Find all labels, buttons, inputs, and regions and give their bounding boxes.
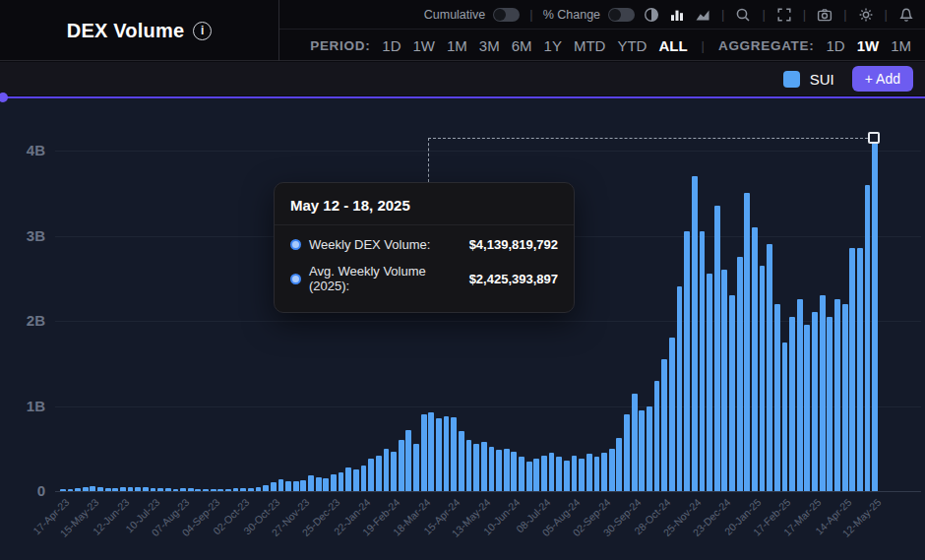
series-color-chip[interactable] [783, 71, 800, 88]
bar[interactable] [737, 257, 743, 491]
bar[interactable] [556, 457, 562, 491]
bar[interactable] [714, 206, 720, 491]
bar[interactable] [609, 449, 615, 491]
bar[interactable] [271, 482, 277, 491]
bar[interactable] [489, 447, 495, 491]
bar[interactable] [105, 488, 111, 491]
bar[interactable] [203, 489, 209, 491]
bar[interactable] [188, 488, 194, 491]
bar[interactable] [436, 418, 442, 491]
bar[interactable] [586, 454, 592, 491]
bar[interactable] [180, 488, 186, 491]
bar[interactable] [834, 299, 840, 491]
bar[interactable] [526, 462, 532, 491]
bar[interactable] [533, 459, 539, 491]
bar[interactable] [752, 227, 758, 491]
bar[interactable] [782, 342, 788, 491]
bar[interactable] [112, 488, 118, 491]
bar[interactable] [428, 412, 434, 491]
bar[interactable] [857, 248, 863, 491]
bar[interactable] [413, 444, 419, 491]
bar[interactable] [774, 304, 780, 491]
bar[interactable] [572, 456, 578, 491]
bar[interactable] [405, 430, 411, 491]
bar[interactable] [211, 489, 216, 491]
bar[interactable] [331, 474, 337, 491]
bar[interactable] [624, 414, 630, 491]
bar[interactable] [812, 312, 818, 491]
bar[interactable] [308, 475, 314, 491]
bar[interactable] [143, 487, 149, 491]
bar[interactable] [872, 139, 878, 491]
bar[interactable] [151, 488, 156, 491]
bar[interactable] [120, 487, 126, 491]
bar[interactable] [669, 338, 675, 491]
fullscreen-icon[interactable] [775, 6, 793, 24]
bar[interactable] [225, 489, 231, 491]
bar[interactable] [820, 295, 826, 491]
period-option-3m[interactable]: 3M [479, 37, 500, 54]
period-option-1m[interactable]: 1M [447, 37, 467, 54]
bar[interactable] [797, 299, 803, 491]
bar[interactable] [368, 459, 374, 491]
bar[interactable] [684, 231, 690, 491]
settings-icon[interactable] [857, 6, 875, 24]
bar[interactable] [173, 489, 179, 491]
bar[interactable] [195, 489, 201, 491]
bar[interactable] [842, 304, 848, 491]
bar[interactable] [451, 417, 457, 491]
bar[interactable] [661, 359, 667, 491]
bar[interactable] [83, 487, 89, 491]
cumulative-toggle[interactable] [493, 8, 520, 22]
bar[interactable] [384, 449, 390, 491]
bar[interactable] [135, 487, 141, 491]
bar[interactable] [391, 452, 397, 491]
notifications-icon[interactable] [897, 6, 915, 24]
area-chart-icon[interactable] [694, 6, 711, 24]
search-icon[interactable] [734, 6, 752, 24]
period-option-1d[interactable]: 1D [382, 37, 401, 54]
bar[interactable] [300, 480, 306, 491]
bar[interactable] [466, 440, 472, 491]
bar[interactable] [285, 481, 291, 491]
bar[interactable] [293, 481, 299, 491]
bar[interactable] [760, 266, 766, 491]
bar[interactable] [647, 406, 652, 492]
bar[interactable] [263, 485, 269, 491]
period-option-1w[interactable]: 1W [413, 37, 436, 54]
period-option-mtd[interactable]: MTD [574, 37, 606, 54]
bar[interactable] [473, 444, 479, 491]
bar[interactable] [707, 274, 712, 491]
bar[interactable] [639, 410, 645, 491]
camera-icon[interactable] [816, 6, 833, 24]
bar[interactable] [421, 414, 427, 491]
bar-chart-icon[interactable] [668, 6, 686, 24]
pie-chart-icon[interactable] [643, 6, 660, 24]
bar[interactable] [616, 438, 622, 491]
bar[interactable] [353, 469, 359, 491]
bar[interactable] [97, 487, 103, 491]
bar[interactable] [729, 295, 735, 491]
bar[interactable] [827, 317, 832, 491]
period-option-1y[interactable]: 1Y [544, 37, 562, 54]
bar[interactable] [128, 487, 134, 491]
bar[interactable] [564, 461, 570, 491]
bar[interactable] [865, 185, 871, 491]
bar[interactable] [849, 248, 855, 491]
bar[interactable] [579, 459, 585, 491]
bar[interactable] [60, 489, 66, 491]
bar[interactable] [361, 466, 367, 491]
bar[interactable] [256, 487, 262, 491]
bar[interactable] [504, 449, 510, 491]
bar[interactable] [481, 442, 487, 491]
aggregate-option-1m[interactable]: 1M [891, 37, 911, 54]
bar[interactable] [744, 193, 750, 491]
bar[interactable] [692, 176, 698, 491]
bar[interactable] [240, 488, 246, 491]
bar[interactable] [511, 452, 517, 491]
bar[interactable] [721, 270, 727, 491]
bar[interactable] [654, 381, 660, 491]
percent-change-toggle[interactable] [608, 8, 635, 22]
aggregate-option-1d[interactable]: 1D [826, 37, 844, 54]
bar[interactable] [496, 450, 502, 491]
